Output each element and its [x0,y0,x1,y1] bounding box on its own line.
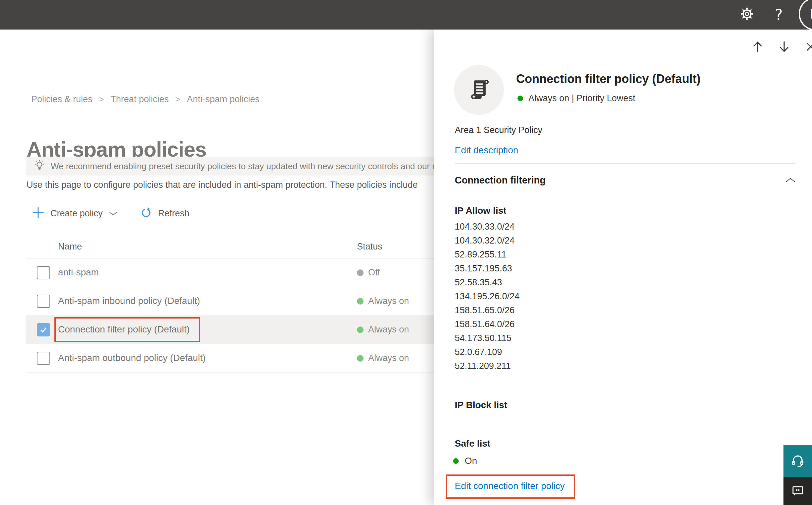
status-label: Off [368,268,380,278]
ip-entry: 54.173.50.115 [455,331,520,345]
ip-entry: 52.11.209.211 [455,359,520,373]
row-checkbox[interactable] [37,295,50,308]
status-dot-icon [357,327,364,333]
status-cell: Always on [357,316,409,344]
edit-description-link[interactable]: Edit description [455,145,518,156]
policy-name[interactable]: anti-spam [58,267,99,278]
close-flyout-button[interactable] [803,39,812,55]
ip-allow-list: 104.30.33.0/24 104.30.32.0/24 52.89.255.… [455,220,520,373]
feedback-chat-icon [791,484,805,498]
top-bar: ? M [0,0,812,29]
flyout-status-text: Always on | Priority Lowest [529,93,635,104]
flyout-status-line: Always on | Priority Lowest [518,93,635,104]
status-label: Always on [368,296,409,306]
status-cell: Always on [357,287,409,315]
checkmark-icon [39,327,47,333]
safe-list-status-text: On [465,456,477,466]
column-header-status[interactable]: Status [357,241,382,252]
breadcrumb-separator-icon: > [99,95,104,104]
status-dot-icon [453,458,459,464]
flyout-header-actions [739,39,812,55]
status-label: Always on [368,325,409,335]
ip-allow-list-label: IP Allow list [455,205,506,216]
status-cell: Always on [357,344,409,372]
divider [455,164,795,164]
support-button[interactable] [784,445,812,477]
column-header-name[interactable]: Name [58,241,82,252]
ip-entry: 104.30.32.0/24 [455,233,520,247]
breadcrumb-threat-policies[interactable]: Threat policies [111,94,169,105]
headset-icon [790,453,805,469]
gear-icon [739,6,755,23]
refresh-label: Refresh [158,208,190,219]
refresh-button[interactable]: Refresh [140,207,190,220]
plus-icon [32,206,44,220]
banner-text: We recommend enabling preset security po… [51,161,468,172]
lightbulb-icon [33,160,45,173]
close-icon [805,41,812,53]
row-checkbox[interactable] [37,266,50,279]
row-checkbox[interactable] [37,352,50,365]
breadcrumb-separator-icon: > [176,95,180,104]
breadcrumb: Policies & rules > Threat policies > Ant… [31,94,259,105]
avatar-initial: M [810,7,812,22]
avatar[interactable]: M [799,0,812,30]
toolbar: Create policy Refresh [32,204,189,222]
next-item-button[interactable] [776,39,792,55]
safe-list-status: On [453,456,477,466]
chevron-up-icon [785,177,796,183]
breadcrumb-anti-spam-policies[interactable]: Anti-spam policies [187,94,259,105]
feedback-button[interactable] [784,477,812,505]
policy-name[interactable]: Anti-spam outbound policy (Default) [58,353,206,363]
ip-entry: 104.30.33.0/24 [455,220,520,233]
create-policy-button[interactable]: Create policy [32,206,118,220]
ip-entry: 35.157.195.63 [455,262,520,276]
ip-entry: 158.51.64.0/26 [455,317,520,331]
edit-connection-filter-policy-link[interactable]: Edit connection filter policy [455,481,565,491]
status-dot-icon [357,355,364,362]
refresh-icon [140,207,152,220]
ip-block-list-label: IP Block list [455,400,507,410]
page-description: Use this page to configure policies that… [26,180,418,190]
arrow-up-icon [751,40,764,53]
chevron-down-icon [108,211,118,217]
status-dot-icon [518,96,523,101]
help-button[interactable]: ? [770,6,787,23]
policy-description: Area 1 Security Policy [455,125,542,135]
ip-entry: 52.58.35.43 [455,276,520,289]
previous-item-button[interactable] [750,39,766,55]
ip-entry: 134.195.26.0/24 [455,289,520,303]
settings-button[interactable] [738,6,756,23]
safe-list-label: Safe list [455,438,490,449]
policy-name[interactable]: Anti-spam inbound policy (Default) [58,296,200,306]
arrow-down-icon [778,40,791,53]
help-icon: ? [775,6,783,23]
status-dot-icon [357,298,364,305]
flyout-title: Connection filter policy (Default) [516,72,700,86]
policy-details-flyout: Connection filter policy (Default) Alway… [434,29,812,505]
status-cell: Off [357,259,380,287]
row-checkbox-checked[interactable] [37,323,50,336]
section-title-connection-filtering: Connection filtering [455,175,546,186]
status-label: Always on [368,353,409,363]
breadcrumb-policies-rules[interactable]: Policies & rules [31,94,92,105]
status-dot-icon [357,270,364,276]
collapse-section-button[interactable] [785,177,796,184]
policy-type-avatar [454,65,504,115]
ip-entry: 158.51.65.0/26 [455,303,520,317]
scroll-icon [466,76,492,104]
ip-entry: 52.0.67.109 [455,345,520,359]
create-policy-label: Create policy [50,208,103,219]
ip-entry: 52.89.255.11 [455,247,520,262]
policy-name[interactable]: Connection filter policy (Default) [58,324,190,335]
